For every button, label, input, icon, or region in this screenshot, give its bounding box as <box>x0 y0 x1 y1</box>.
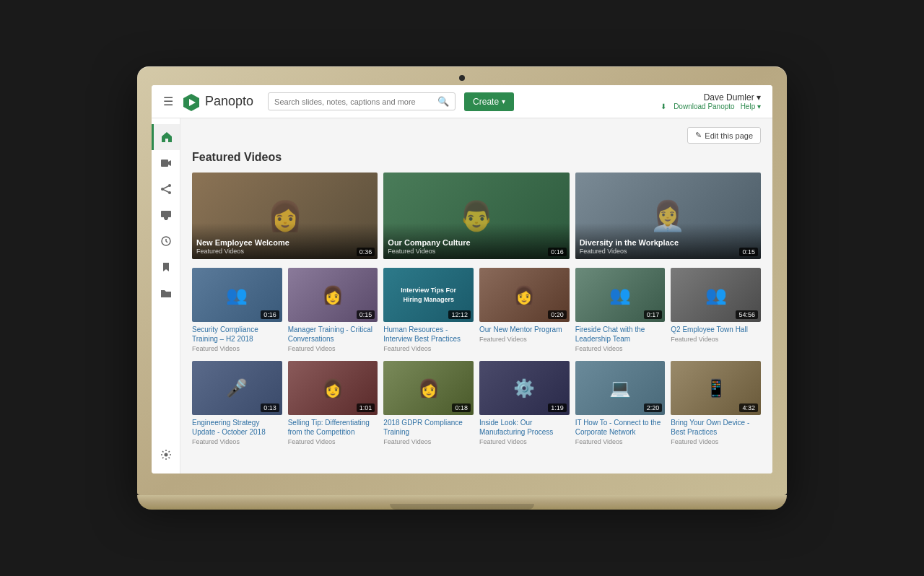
video-title-v12: 2018 GDPR Compliance Training <box>383 418 474 437</box>
video-title-v10: Engineering Strategy Update - October 20… <box>192 418 282 437</box>
video-card-v11[interactable]: 👩 1:01 Selling Tip: Differentiating from… <box>288 361 378 445</box>
create-button[interactable]: Create ▾ <box>464 92 514 111</box>
logo[interactable]: Panopto <box>182 92 253 111</box>
video-title-v7: Our New Mentor Program <box>479 325 570 334</box>
video-card-v4[interactable]: 👥 0:16 Security Compliance Training – H2… <box>192 268 282 352</box>
video-thumbnail-v11: 👩 1:01 <box>288 361 378 415</box>
sidebar-item-playlist[interactable] <box>152 202 180 228</box>
video-thumbnail-v1: 👩 New Employee Welcome Featured Videos 0… <box>192 173 378 259</box>
video-card-v3[interactable]: 👩‍💼 Diversity in the Workplace Featured … <box>575 173 761 259</box>
overlay-cat-v2: Featured Videos <box>388 248 565 255</box>
video-thumbnail-v13: ⚙️ 1:19 <box>479 361 570 415</box>
svg-marker-3 <box>168 160 171 166</box>
share-icon <box>160 183 172 195</box>
edit-page-area: ✎ Edit this page <box>192 127 761 144</box>
sidebar-item-history[interactable] <box>152 228 180 254</box>
app: ☰ Panopto 🔍 Create ▾ <box>152 85 772 474</box>
video-thumbnail-v3: 👩‍💼 Diversity in the Workplace Featured … <box>575 173 761 259</box>
video-duration-v8: 0:17 <box>644 310 663 319</box>
search-input[interactable] <box>274 97 437 106</box>
video-thumbnail-v9: 👥 54:56 <box>671 268 761 322</box>
video-title-v9: Q2 Employee Town Hall <box>671 325 761 334</box>
video-card-v6[interactable]: Interview Tips ForHiring Managers 12:12 … <box>383 268 474 352</box>
search-icon: 🔍 <box>437 96 449 107</box>
sidebar-bottom <box>160 442 172 468</box>
create-label: Create <box>473 97 499 107</box>
video-duration-v4: 0:16 <box>261 310 279 319</box>
main-content: ✎ Edit this page Featured Videos 👩 <box>180 118 772 474</box>
logo-text: Panopto <box>205 94 253 109</box>
video-category-v7: Featured Videos <box>479 336 570 343</box>
video-card-v2[interactable]: 👨 Our Company Culture Featured Videos 0:… <box>383 173 569 259</box>
video-card-v9[interactable]: 👥 54:56 Q2 Employee Town Hall Featured V… <box>671 268 761 352</box>
video-thumbnail-v15: 📱 4:32 <box>671 361 761 415</box>
video-card-v15[interactable]: 📱 4:32 Bring Your Own Device - Best Prac… <box>671 361 761 445</box>
video-category-v8: Featured Videos <box>575 345 666 352</box>
user-name[interactable]: Dave Dumler ▾ <box>704 92 761 102</box>
video-category-v6: Featured Videos <box>383 345 474 352</box>
home-icon <box>161 131 173 143</box>
sidebar <box>152 118 180 474</box>
download-panopto-link[interactable]: Download Panopto <box>674 102 735 110</box>
video-title-v15: Bring Your Own Device - Best Practices <box>671 418 761 437</box>
video-duration-v11: 1:01 <box>357 403 375 412</box>
sidebar-item-recordings[interactable] <box>152 150 180 176</box>
svg-rect-2 <box>161 160 168 167</box>
overlay-cat-v3: Featured Videos <box>580 248 757 255</box>
sidebar-item-settings[interactable] <box>160 442 172 468</box>
overlay-title-v2: Our Company Culture <box>388 237 565 248</box>
video-thumbnail-v14: 💻 2:20 <box>575 361 666 415</box>
screen: ☰ Panopto 🔍 Create ▾ <box>152 85 772 474</box>
video-row-2: 🎤 0:13 Engineering Strategy Update - Oct… <box>192 361 761 445</box>
video-category-v12: Featured Videos <box>383 438 474 445</box>
header-user-area: Dave Dumler ▾ ⬇ Download Panopto Help ▾ <box>661 92 761 110</box>
overlay-title-v1: New Employee Welcome <box>196 237 373 248</box>
featured-large-row: 👩 New Employee Welcome Featured Videos 0… <box>192 173 761 259</box>
hamburger-menu-icon[interactable]: ☰ <box>163 95 173 108</box>
video-card-v7[interactable]: 👩 0:20 Our New Mentor Program Featured V… <box>479 268 570 352</box>
video-title-v4: Security Compliance Training – H2 2018 <box>192 325 282 344</box>
video-title-v13: Inside Look: Our Manufacturing Process <box>479 418 570 437</box>
video-card-v14[interactable]: 💻 2:20 IT How To - Connect to the Corpor… <box>575 361 666 445</box>
video-thumbnail-v4: 👥 0:16 <box>192 268 282 322</box>
video-title-v8: Fireside Chat with the Leadership Team <box>575 325 666 344</box>
video-card-v13[interactable]: ⚙️ 1:19 Inside Look: Our Manufacturing P… <box>479 361 570 445</box>
video-category-v13: Featured Videos <box>479 438 570 445</box>
history-icon <box>160 235 172 247</box>
video-thumbnail-v7: 👩 0:20 <box>479 268 570 322</box>
video-row-1: 👥 0:16 Security Compliance Training – H2… <box>192 268 761 352</box>
video-thumbnail-v8: 👥 0:17 <box>575 268 666 322</box>
svg-rect-9 <box>161 211 171 217</box>
folder-icon <box>160 287 172 299</box>
header: ☰ Panopto 🔍 Create ▾ <box>152 85 772 118</box>
video-card-v1[interactable]: 👩 New Employee Welcome Featured Videos 0… <box>192 173 378 259</box>
sidebar-item-share[interactable] <box>152 176 180 202</box>
download-icon: ⬇ <box>661 102 666 110</box>
video-duration-v5: 0:15 <box>357 310 375 319</box>
playlist-icon <box>160 209 172 221</box>
laptop-container: ☰ Panopto 🔍 Create ▾ <box>137 66 787 510</box>
video-card-v12[interactable]: 👩 0:18 2018 GDPR Compliance Training Fea… <box>383 361 474 445</box>
laptop-base <box>137 495 787 510</box>
video-card-v5[interactable]: 👩 0:15 Manager Training - Critical Conve… <box>288 268 378 352</box>
sidebar-item-home[interactable] <box>152 124 180 150</box>
sidebar-item-folder[interactable] <box>152 280 180 306</box>
video-card-v8[interactable]: 👥 0:17 Fireside Chat with the Leadership… <box>575 268 666 352</box>
video-category-v4: Featured Videos <box>192 345 282 352</box>
overlay-title-v3: Diversity in the Workplace <box>580 237 757 248</box>
svg-rect-10 <box>165 219 167 220</box>
sidebar-item-bookmarks[interactable] <box>152 254 180 280</box>
video-category-v11: Featured Videos <box>288 438 378 445</box>
edit-page-button[interactable]: ✎ Edit this page <box>687 127 761 144</box>
video-overlay-v3: Diversity in the Workplace Featured Vide… <box>575 223 761 259</box>
svg-point-13 <box>164 453 167 456</box>
video-category-v9: Featured Videos <box>671 336 761 343</box>
video-duration-v6: 12:12 <box>448 310 471 319</box>
video-thumbnail-v6: Interview Tips ForHiring Managers 12:12 <box>383 268 474 322</box>
video-overlay-v1: New Employee Welcome Featured Videos <box>192 223 378 259</box>
video-title-v11: Selling Tip: Differentiating from the Co… <box>288 418 378 437</box>
edit-icon: ✎ <box>695 131 702 140</box>
help-link[interactable]: Help ▾ <box>741 102 761 110</box>
video-card-v10[interactable]: 🎤 0:13 Engineering Strategy Update - Oct… <box>192 361 282 445</box>
video-title-v5: Manager Training - Critical Conversation… <box>288 325 378 344</box>
